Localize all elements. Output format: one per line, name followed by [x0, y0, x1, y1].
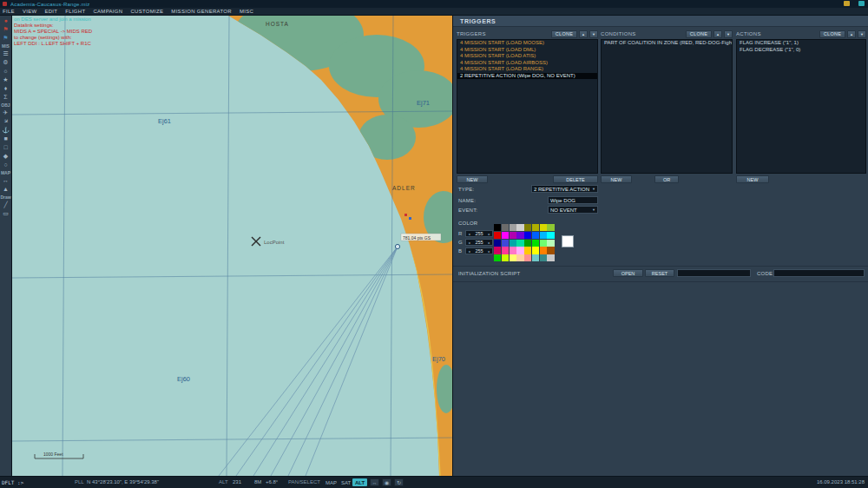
static-object-icon[interactable]: □: [1, 143, 11, 152]
list-item[interactable]: FLAG INCREASE ("1", 1): [737, 40, 865, 47]
conditions-list[interactable]: PART OF COALITION IN ZONE (RED, RED-DOG-…: [601, 39, 733, 174]
rgb-value[interactable]: 255: [472, 248, 486, 254]
palette-swatch[interactable]: [516, 224, 523, 231]
map-marker-icon[interactable]: ▲: [1, 185, 11, 194]
failures-icon[interactable]: ♦: [1, 84, 11, 93]
red-flag-icon[interactable]: ⚑: [1, 25, 11, 34]
palette-swatch[interactable]: [502, 224, 509, 231]
menu-mission-generator[interactable]: MISSION GENERATOR: [171, 9, 232, 14]
palette-swatch[interactable]: [524, 247, 531, 254]
selected-color-swatch[interactable]: [562, 235, 574, 247]
draw-shape-icon[interactable]: ▭: [1, 209, 11, 218]
increment-icon[interactable]: ▸: [486, 232, 492, 236]
trigger-zone-icon[interactable]: ○: [1, 161, 11, 169]
palette-swatch[interactable]: [532, 240, 539, 247]
palette-swatch[interactable]: [494, 240, 501, 247]
palette-swatch[interactable]: [502, 247, 509, 254]
palette-swatch[interactable]: [524, 254, 531, 261]
palette-swatch[interactable]: [524, 224, 531, 231]
increment-icon[interactable]: ▸: [486, 249, 492, 254]
clone-action-button[interactable]: CLONE: [819, 30, 845, 38]
ruler-icon[interactable]: ↔: [1, 176, 11, 185]
increment-icon[interactable]: ▸: [486, 241, 492, 245]
script-file-field[interactable]: [677, 269, 751, 277]
palette-swatch[interactable]: [547, 232, 554, 239]
reset-script-button[interactable]: RESET: [645, 269, 674, 277]
menu-campaign[interactable]: CAMPAIGN: [93, 9, 122, 14]
palette-swatch[interactable]: [540, 247, 547, 254]
list-item[interactable]: 4 MISSION START (LOAD MOOSE): [457, 40, 597, 47]
trigger-move-down-icon[interactable]: ▼: [589, 30, 598, 38]
palette-swatch[interactable]: [540, 224, 547, 231]
palette-swatch[interactable]: [510, 247, 516, 254]
palette-swatch[interactable]: [532, 247, 539, 254]
type-dropdown[interactable]: 2 REPETITIVE ACTION ▼: [531, 185, 598, 193]
summary-icon[interactable]: Σ: [1, 93, 11, 102]
new-action-button[interactable]: NEW: [736, 175, 769, 183]
menu-flight[interactable]: FLIGHT: [65, 9, 85, 14]
palette-swatch[interactable]: [494, 254, 501, 261]
menu-misc[interactable]: MISC: [240, 9, 253, 14]
palette-swatch[interactable]: [524, 240, 531, 247]
record-icon[interactable]: ●: [1, 16, 11, 25]
console-prompt[interactable]: DFLT :>: [2, 479, 23, 485]
palette-swatch[interactable]: [532, 232, 539, 239]
draw-line-icon[interactable]: ╱: [1, 201, 11, 209]
options-icon[interactable]: ⚙: [1, 58, 11, 67]
action-move-down-icon[interactable]: ▼: [858, 30, 866, 38]
palette-swatch[interactable]: [547, 224, 554, 231]
palette-swatch[interactable]: [502, 254, 509, 261]
measure-tool-icon[interactable]: ↔: [370, 478, 379, 486]
list-item[interactable]: 4 MISSION START (LOAD ATIS): [457, 53, 597, 60]
sat-layer-button[interactable]: SAT: [339, 478, 353, 486]
palette-swatch[interactable]: [547, 254, 554, 261]
alt-layer-button[interactable]: ALT: [352, 478, 367, 486]
vehicle-group-icon[interactable]: ■: [1, 135, 11, 143]
map-view[interactable]: LocPoint 781.04 pts GS HOSTA ADLER Ej61 …: [12, 16, 452, 476]
decrement-icon[interactable]: ◂: [466, 241, 472, 245]
decrement-icon[interactable]: ◂: [466, 249, 472, 254]
list-item[interactable]: 4 MISSION START (LOAD RANGE): [457, 66, 597, 73]
palette-swatch[interactable]: [516, 247, 523, 254]
airport-marker-icon[interactable]: [395, 244, 399, 248]
palette-swatch[interactable]: [510, 232, 516, 239]
condition-move-down-icon[interactable]: ▼: [724, 30, 733, 38]
script-code-field[interactable]: [773, 269, 865, 277]
actions-list[interactable]: FLAG INCREASE ("1", 1)FLAG DECREASE ("1"…: [736, 39, 866, 174]
palette-swatch[interactable]: [516, 240, 523, 247]
palette-swatch[interactable]: [540, 232, 547, 239]
palette-swatch[interactable]: [516, 232, 523, 239]
list-item[interactable]: 2 REPETITIVE ACTION (Wipe DOG, NO EVENT): [457, 73, 597, 80]
palette-swatch[interactable]: [494, 247, 501, 254]
new-trigger-button[interactable]: NEW: [457, 175, 488, 183]
palette-swatch[interactable]: [510, 240, 516, 247]
decrement-icon[interactable]: ◂: [466, 232, 472, 236]
weather-icon[interactable]: ☼: [1, 67, 11, 76]
palette-swatch[interactable]: [502, 240, 509, 247]
condition-move-up-icon[interactable]: ▲: [713, 30, 722, 38]
blue-flag-icon[interactable]: ⚑: [1, 34, 11, 43]
list-item[interactable]: PART OF COALITION IN ZONE (RED, RED-DOG-…: [602, 40, 732, 47]
trigger-move-up-icon[interactable]: ▲: [579, 30, 588, 38]
palette-swatch[interactable]: [494, 224, 501, 231]
list-item[interactable]: 4 MISSION START (LOAD AIRBOSS): [457, 60, 597, 67]
name-input[interactable]: Wipe DOG: [548, 196, 598, 204]
palette-swatch[interactable]: [516, 254, 523, 261]
palette-swatch[interactable]: [547, 247, 554, 254]
action-move-up-icon[interactable]: ▲: [847, 30, 856, 38]
palette-swatch[interactable]: [524, 232, 531, 239]
network-indicator-icon[interactable]: [858, 1, 865, 6]
palette-swatch[interactable]: [547, 240, 554, 247]
template-icon[interactable]: ◆: [1, 152, 11, 161]
palette-swatch[interactable]: [540, 254, 547, 261]
menu-view[interactable]: VIEW: [23, 9, 37, 14]
warning-indicator-icon[interactable]: [844, 1, 850, 6]
delete-trigger-button[interactable]: DELETE: [553, 175, 598, 183]
briefing-icon[interactable]: ☰: [1, 49, 11, 58]
map-layer-button[interactable]: MAP: [323, 478, 339, 486]
palette-swatch[interactable]: [532, 254, 539, 261]
rgb-value[interactable]: 255: [472, 231, 486, 236]
or-condition-button[interactable]: OR: [654, 175, 679, 183]
list-item[interactable]: 4 MISSION START (LOAD DML): [457, 47, 597, 54]
clone-trigger-button[interactable]: CLONE: [551, 30, 577, 38]
